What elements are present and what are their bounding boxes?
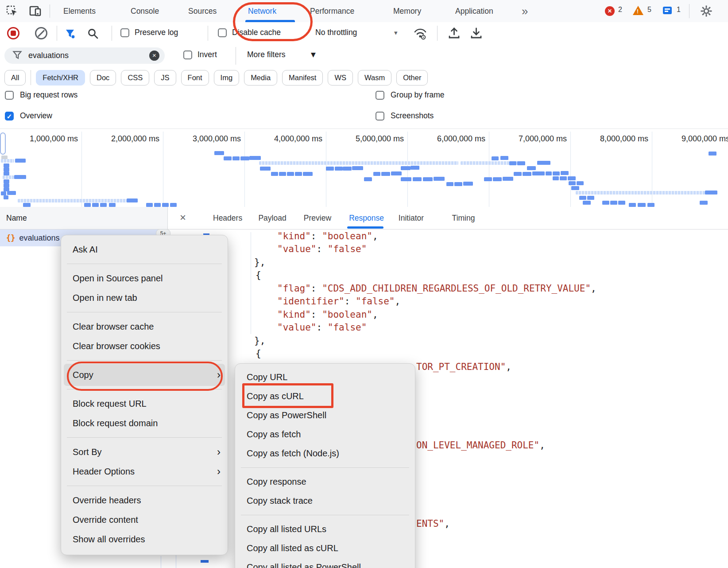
tab-memory[interactable]: Memory	[393, 0, 421, 22]
chip-css[interactable]: CSS	[121, 70, 149, 86]
invert-label[interactable]: Invert	[197, 50, 217, 59]
waterfall-bar	[14, 175, 26, 179]
panel-divider[interactable]	[167, 207, 168, 229]
menu-item-show-all-overrides[interactable]: Show all overrides	[61, 529, 228, 549]
more-tabs-icon[interactable]: »	[522, 0, 528, 22]
clear-filter-icon[interactable]: ×	[149, 51, 159, 61]
menu-item-override-headers[interactable]: Override headers	[61, 490, 228, 510]
chip-js[interactable]: JS	[154, 70, 176, 86]
overview-label[interactable]: Overview	[20, 111, 52, 121]
menu-item-clear-browser-cookies[interactable]: Clear browser cookies	[61, 336, 228, 356]
error-badge-icon[interactable]: ✕	[605, 6, 615, 16]
submenu-item-copy-all-listed-as-curl[interactable]: Copy all listed as cURL	[235, 539, 415, 558]
big-request-rows-checkbox[interactable]	[5, 91, 14, 100]
submenu-item-copy-all-listed-urls[interactable]: Copy all listed URLs	[235, 520, 415, 539]
big-request-rows-label[interactable]: Big request rows	[20, 90, 77, 100]
submenu-item-copy-response[interactable]: Copy response	[235, 472, 415, 491]
screenshots-checkbox[interactable]	[376, 112, 384, 121]
submenu-item-copy-as-fetch-node-js-[interactable]: Copy as fetch (Node.js)	[235, 444, 415, 463]
group-by-frame-label[interactable]: Group by frame	[391, 90, 445, 100]
submenu-item-copy-as-powershell[interactable]: Copy as PowerShell	[235, 406, 415, 425]
settings-gear-icon[interactable]	[701, 5, 712, 19]
filter-input-value[interactable]: evaluations	[28, 51, 69, 60]
filter-icon[interactable]	[65, 28, 76, 41]
filter-input[interactable]: evaluations ×	[4, 47, 165, 64]
export-har-icon[interactable]	[470, 27, 482, 41]
close-detail-pane-icon[interactable]: ×	[180, 207, 186, 229]
more-filters-caret-icon[interactable]: ▼	[311, 51, 316, 58]
import-har-icon[interactable]	[448, 27, 460, 41]
network-conditions-icon[interactable]	[413, 27, 427, 42]
chip-font[interactable]: Font	[181, 70, 209, 86]
response-code-line: "kind": "boolean",	[277, 230, 378, 242]
menu-item-header-options[interactable]: Header Options›	[61, 462, 228, 481]
tab-console[interactable]: Console	[131, 0, 159, 22]
menu-separator	[67, 264, 222, 264]
inspect-element-icon[interactable]	[6, 5, 18, 19]
menu-item-open-in-sources-panel[interactable]: Open in Sources panel	[61, 268, 228, 288]
search-icon[interactable]	[87, 28, 98, 41]
network-overview-timeline[interactable]: 1,000,000 ms2,000,000 ms3,000,000 ms4,00…	[0, 128, 728, 208]
waterfall-bar	[503, 177, 513, 181]
detail-tab-payload[interactable]: Payload	[258, 207, 286, 229]
message-badge-icon[interactable]	[663, 7, 672, 14]
throttling-caret-icon[interactable]: ▾	[394, 29, 398, 37]
preserve-log-checkbox[interactable]	[120, 28, 129, 37]
detail-tab-headers[interactable]: Headers	[213, 207, 242, 229]
submenu-item-copy-stack-trace[interactable]: Copy stack trace	[235, 491, 415, 510]
waterfall-bar	[170, 203, 177, 207]
message-count[interactable]: 1	[677, 6, 681, 14]
preserve-log-label[interactable]: Preserve log	[135, 28, 178, 37]
submenu-item-copy-as-fetch[interactable]: Copy as fetch	[235, 425, 415, 444]
chip-other[interactable]: Other	[396, 70, 428, 86]
chip-doc[interactable]: Doc	[90, 70, 116, 86]
chip-img[interactable]: Img	[214, 70, 240, 86]
overview-checkbox[interactable]: ✓	[5, 112, 14, 121]
menu-item-override-content[interactable]: Override content	[61, 510, 228, 529]
menu-item-ask-ai[interactable]: Ask AI	[61, 240, 228, 259]
device-toolbar-icon[interactable]	[29, 5, 42, 19]
invert-checkbox[interactable]	[183, 51, 192, 59]
screenshots-label[interactable]: Screenshots	[391, 111, 434, 121]
name-column-header[interactable]: Name	[6, 207, 27, 229]
menu-item-clear-browser-cache[interactable]: Clear browser cache	[61, 317, 228, 336]
timeline-gridline	[163, 132, 163, 207]
detail-tab-initiator[interactable]: Initiator	[399, 207, 424, 229]
waterfall-bar	[602, 201, 609, 205]
error-count[interactable]: 2	[618, 6, 622, 14]
submenu-item-copy-all-listed-as-powershell[interactable]: Copy all listed as PowerShell	[235, 558, 415, 568]
overview-selection-handle[interactable]	[0, 132, 6, 155]
throttling-select[interactable]: No throttling	[315, 28, 357, 37]
request-name[interactable]: evaluations	[19, 233, 59, 243]
more-filters-button[interactable]: More filters	[247, 50, 286, 59]
warning-count[interactable]: 5	[647, 6, 651, 14]
response-code-line: ON_LEVEL_MANAGED_ROLE",	[416, 440, 545, 451]
warning-badge-icon[interactable]: !	[633, 6, 643, 15]
waterfall-bar	[401, 177, 411, 181]
chip-all[interactable]: All	[4, 70, 26, 86]
tab-sources[interactable]: Sources	[188, 0, 217, 22]
chip-wasm[interactable]: Wasm	[358, 70, 391, 86]
tab-application[interactable]: Application	[455, 0, 493, 22]
detail-tab-response[interactable]: Response	[349, 207, 384, 229]
menu-item-sort-by[interactable]: Sort By›	[61, 442, 228, 462]
clear-network-log-icon[interactable]	[35, 27, 47, 39]
record-network-log-icon[interactable]	[7, 27, 19, 39]
waterfall-bar	[446, 182, 453, 186]
group-by-frame-checkbox[interactable]	[376, 91, 384, 100]
tab-elements[interactable]: Elements	[63, 0, 96, 22]
waterfall-bar	[1, 191, 6, 195]
menu-item-block-request-domain[interactable]: Block request domain	[61, 413, 228, 433]
chip-ws[interactable]: WS	[328, 70, 353, 86]
disable-cache-checkbox[interactable]	[218, 28, 227, 37]
chip-media[interactable]: Media	[244, 70, 277, 86]
detail-tab-timing[interactable]: Timing	[452, 207, 475, 229]
detail-tab-preview[interactable]: Preview	[304, 207, 331, 229]
response-code-line: "flag": "CDS_ADD_CHILDREN_REGARDLESS_OF_…	[277, 283, 596, 294]
chip-manifest[interactable]: Manifest	[282, 70, 323, 86]
menu-item-block-request-url[interactable]: Block request URL	[61, 394, 228, 413]
chip-fetch-xhr[interactable]: Fetch/XHR	[36, 70, 85, 86]
menu-item-open-in-new-tab[interactable]: Open in new tab	[61, 288, 228, 307]
tab-performance[interactable]: Performance	[310, 0, 354, 22]
waterfall-bar	[560, 176, 567, 180]
